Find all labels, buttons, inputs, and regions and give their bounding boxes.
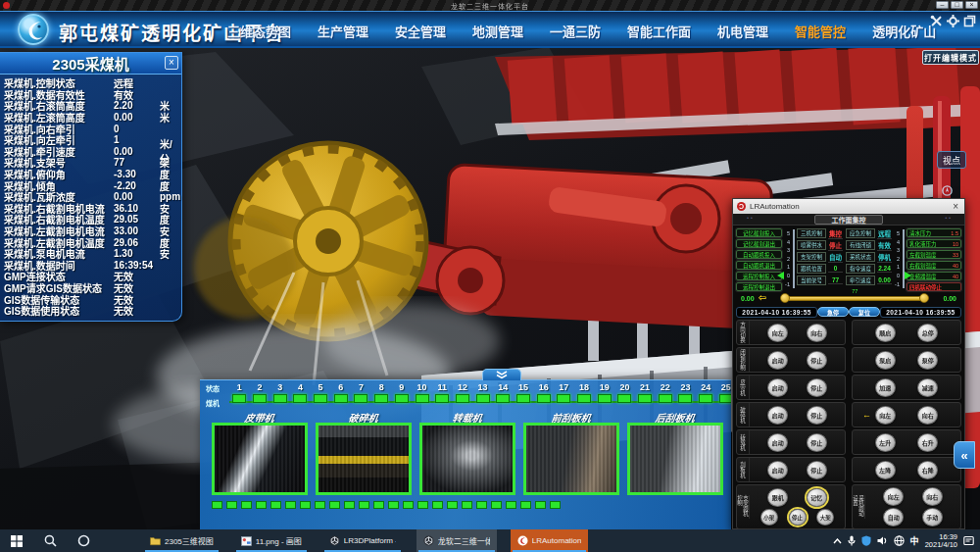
panel-collapse-button[interactable]: «: [954, 441, 975, 469]
tools-icon[interactable]: [930, 15, 943, 27]
support-status-led[interactable]: [354, 394, 368, 403]
support-status-led[interactable]: [557, 394, 570, 403]
round-button[interactable]: 向右: [922, 487, 943, 506]
support-status-led[interactable]: [537, 394, 551, 403]
round-button[interactable]: 跟机: [767, 488, 788, 507]
lr-preset-left-5[interactable]: 远程控制投入: [736, 272, 782, 280]
speaker-icon[interactable]: [877, 535, 888, 546]
support-status-led[interactable]: [232, 394, 246, 403]
taskbar-app-1[interactable]: 2305三维视图: [143, 529, 220, 552]
round-button[interactable]: 泵启: [875, 351, 896, 370]
round-button[interactable]: 启动: [767, 461, 788, 479]
round-button[interactable]: 记忆: [807, 488, 827, 507]
support-status-led[interactable]: [617, 394, 631, 403]
round-button[interactable]: 左升: [875, 433, 896, 452]
action-center-icon[interactable]: [963, 535, 974, 546]
search-icon[interactable]: [33, 529, 67, 552]
nav-item-3[interactable]: 安全管理: [395, 22, 446, 40]
support-status-led[interactable]: [638, 394, 652, 403]
lr-preset-left-4[interactable]: 自动跟机退出: [736, 261, 782, 270]
start-button[interactable]: [0, 529, 33, 552]
round-button[interactable]: 手动: [922, 508, 943, 527]
camera-feed-thumbnail[interactable]: [212, 423, 308, 495]
lr-preset-right-4[interactable]: 右截割温度40: [906, 261, 961, 270]
open-edit-mode-button[interactable]: 打开编辑模式: [922, 50, 979, 65]
lr-preset-left-1[interactable]: 记忆截割投入: [736, 228, 782, 237]
lr-preset-right-3[interactable]: 左截割温度33: [906, 250, 961, 259]
collapse-chevron-icon[interactable]: [482, 369, 521, 380]
support-status-led[interactable]: [496, 394, 510, 403]
round-button[interactable]: 减速: [917, 378, 938, 397]
nav-item-8[interactable]: 智能管控: [795, 22, 846, 40]
taskbar-app-4[interactable]: 龙软二三维一体化...: [416, 529, 497, 552]
round-button[interactable]: 停止: [807, 433, 827, 452]
round-button[interactable]: 停止: [789, 509, 807, 526]
round-button[interactable]: 停止: [807, 351, 827, 370]
round-button[interactable]: 启动: [767, 378, 788, 397]
viewpoint-tab[interactable]: 视点: [937, 151, 966, 169]
taskbar-app-2[interactable]: 11.png - 画图: [234, 529, 309, 552]
panel-close-icon[interactable]: ×: [165, 56, 178, 70]
support-status-led[interactable]: [416, 394, 429, 403]
maximize-button[interactable]: □: [951, 1, 963, 9]
support-status-led[interactable]: [273, 394, 287, 403]
estop-pill-button[interactable]: 急停: [817, 307, 849, 317]
taskbar-app-3[interactable]: LR3DPlatform - U...: [322, 529, 403, 552]
reset-pill-button[interactable]: 复位: [849, 307, 880, 317]
camera-feed-thumbnail[interactable]: [316, 423, 412, 495]
defender-shield-icon[interactable]: [861, 535, 871, 546]
round-button[interactable]: 小架: [760, 509, 778, 526]
minimize-button[interactable]: –: [936, 1, 949, 9]
taskbar-app-5[interactable]: LRAutomation: [511, 529, 589, 552]
nav-item-1[interactable]: 三维态势图: [227, 22, 291, 40]
support-status-led[interactable]: [577, 394, 591, 403]
clock[interactable]: 16:39 2021/4/10: [925, 533, 957, 549]
restore-window-icon[interactable]: [963, 15, 976, 27]
round-button[interactable]: 向左: [875, 406, 896, 425]
support-status-led[interactable]: [516, 394, 530, 403]
support-status-led[interactable]: [314, 394, 327, 403]
round-button[interactable]: 总停: [917, 324, 938, 342]
lr-preset-left-6[interactable]: 远程控制退出: [736, 282, 782, 291]
round-button[interactable]: 顺启: [875, 324, 896, 342]
cortana-icon[interactable]: [67, 529, 100, 552]
lr-emergency-stop-button[interactable]: 四机联动停止: [906, 282, 961, 291]
support-status-led[interactable]: [719, 394, 731, 403]
workface-control-tab[interactable]: 工作面集控: [814, 215, 883, 225]
microphone-icon[interactable]: [848, 535, 856, 546]
support-status-led[interactable]: [456, 394, 469, 403]
lr-preset-left-2[interactable]: 记忆截割退出: [736, 239, 782, 248]
round-button[interactable]: 自动: [883, 508, 904, 527]
support-status-led[interactable]: [293, 394, 307, 403]
support-status-led[interactable]: [395, 394, 409, 403]
support-status-led[interactable]: [374, 394, 388, 403]
nav-item-4[interactable]: 地测管理: [472, 22, 523, 40]
support-status-led[interactable]: [659, 394, 672, 403]
ime-indicator[interactable]: 中: [910, 534, 919, 547]
settings-gear-icon[interactable]: [947, 15, 959, 27]
lr-preset-right-5[interactable]: 变频器温度40: [906, 272, 961, 280]
camera-feed-thumbnail[interactable]: [627, 423, 723, 495]
nav-item-9[interactable]: 透明化矿山: [872, 22, 936, 40]
round-button[interactable]: 向右: [807, 324, 827, 342]
nav-item-5[interactable]: 一通三防: [550, 22, 601, 40]
support-status-led[interactable]: [435, 394, 449, 403]
round-button[interactable]: 大架: [816, 509, 834, 526]
lr-preset-right-1[interactable]: 清水压力1.5: [906, 228, 961, 237]
nav-item-6[interactable]: 智能工作面: [627, 22, 691, 40]
round-button[interactable]: 加速: [875, 378, 896, 397]
camera-feed-thumbnail[interactable]: [523, 423, 619, 495]
round-button[interactable]: 停止: [807, 406, 827, 425]
round-button[interactable]: 向右: [917, 406, 938, 425]
round-button[interactable]: 启动: [767, 433, 788, 452]
nav-item-7[interactable]: 机电管理: [717, 22, 768, 40]
close-button[interactable]: ×: [965, 1, 978, 9]
support-status-led[interactable]: [476, 394, 490, 403]
round-button[interactable]: 右升: [917, 433, 938, 452]
round-button[interactable]: 向左: [883, 487, 904, 506]
nav-item-2[interactable]: 生产管理: [318, 22, 368, 40]
round-button[interactable]: 停止: [807, 378, 827, 397]
round-button[interactable]: 启动: [767, 351, 788, 370]
round-button[interactable]: 泵停: [917, 351, 938, 370]
camera-feed-thumbnail[interactable]: [419, 423, 515, 495]
